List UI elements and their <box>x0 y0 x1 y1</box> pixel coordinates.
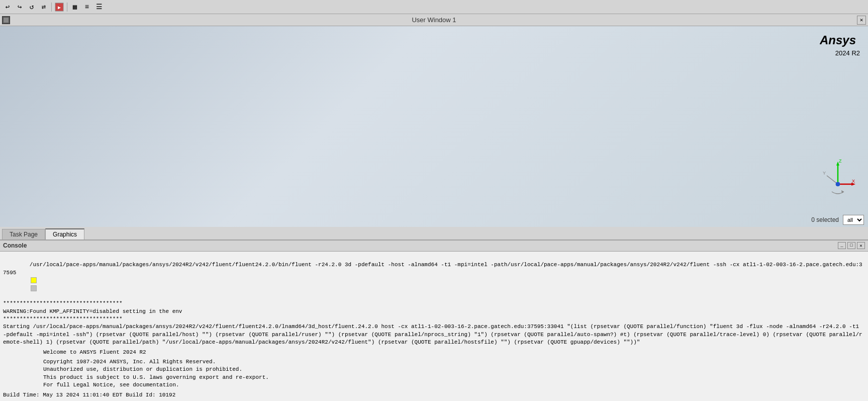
axis-indicator: Z X Y <box>818 156 858 197</box>
console-stars-2: ************************************ <box>3 315 865 323</box>
selection-bar: 0 selected all <box>0 213 868 227</box>
svg-text:Y: Y <box>823 171 826 176</box>
tab-task-page[interactable]: Task Page <box>2 229 45 239</box>
window-title: User Window 1 <box>412 16 456 24</box>
svg-text:Ansys: Ansys <box>820 33 856 47</box>
close-button[interactable]: ✕ <box>857 16 866 25</box>
svg-text:Z: Z <box>839 158 842 164</box>
toolbar-sep-2 <box>67 3 67 12</box>
toolbar-forward-btn[interactable]: ↪ <box>14 2 25 13</box>
tab-graphics[interactable]: Graphics <box>45 228 84 239</box>
console-section: Console _ □ ✕ /usr/local/pace-apps/manua… <box>0 240 868 401</box>
title-bar-left <box>2 16 10 24</box>
svg-text:▶: ▶ <box>58 5 61 11</box>
ansys-brand-name: Ansys <box>820 35 860 50</box>
title-bar-right: ✕ <box>857 16 866 25</box>
console-starting: Starting /usr/local/pace-apps/manual/pac… <box>3 323 865 346</box>
console-content: /usr/local/pace-apps/manual/packages/ans… <box>0 252 868 401</box>
console-stars-1: ************************************ <box>3 300 865 307</box>
console-minimize-btn[interactable]: _ <box>838 242 846 249</box>
toolbar-run-btn[interactable]: ▶ <box>54 2 65 13</box>
console-maximize-btn[interactable]: □ <box>847 242 855 249</box>
toolbar-list-btn[interactable]: ≡ <box>81 2 92 13</box>
console-controls: _ □ ✕ <box>838 242 865 249</box>
console-warning: WARNING:Found KMP_AFFINITY=disabled sett… <box>3 308 865 315</box>
svg-point-13 <box>836 182 840 186</box>
toolbar-refresh-btn[interactable]: ↺ <box>26 2 37 13</box>
console-copyright1: Copyright 1987-2024 ANSYS, Inc. All Righ… <box>3 358 865 366</box>
tabs-area: Task Page Graphics <box>0 227 868 240</box>
toolbar-grid-btn[interactable]: ▦ <box>69 2 80 13</box>
selected-count-label: 0 selected <box>811 216 839 223</box>
toolbar: ↩ ↪ ↺ ⇄ ▶ ▦ ≡ ☰ <box>0 0 868 14</box>
viewport: Ansys 2024 R2 Z X Y <box>0 26 868 227</box>
main-window: User Window 1 ✕ Ansys 2024 R2 Z <box>0 14 868 401</box>
title-bar: User Window 1 ✕ <box>0 14 868 26</box>
console-build-info: Build Time: May 13 2024 11:01:40 EDT Bui… <box>3 391 865 399</box>
console-close-btn[interactable]: ✕ <box>857 242 865 249</box>
input-indicator-gray <box>31 285 37 291</box>
console-copyright4: For full Legal Notice, see documentation… <box>3 381 865 389</box>
ansys-logo: Ansys 2024 R2 <box>820 32 860 56</box>
toolbar-back-btn[interactable]: ↩ <box>2 2 13 13</box>
toolbar-list2-btn[interactable]: ☰ <box>93 2 105 13</box>
ansys-version: 2024 R2 <box>820 50 860 56</box>
console-header: Console _ □ ✕ <box>0 240 868 252</box>
console-copyright3: This product is subject to U.S. laws gov… <box>3 374 865 381</box>
toolbar-redo-btn[interactable]: ⇄ <box>38 2 49 13</box>
toolbar-sep-1 <box>51 3 52 12</box>
input-indicator-yellow <box>31 277 37 283</box>
console-title: Console <box>3 242 27 249</box>
svg-rect-3 <box>4 18 9 23</box>
svg-text:X: X <box>852 179 855 184</box>
selection-dropdown[interactable]: all <box>843 215 864 225</box>
console-cmd-line: /usr/local/pace-apps/manual/packages/ans… <box>3 254 865 300</box>
window-app-icon <box>2 16 10 24</box>
console-welcome: Welcome to ANSYS Fluent 2024 R2 <box>3 349 865 356</box>
console-copyright2: Unauthorized use, distribution or duplic… <box>3 366 865 373</box>
